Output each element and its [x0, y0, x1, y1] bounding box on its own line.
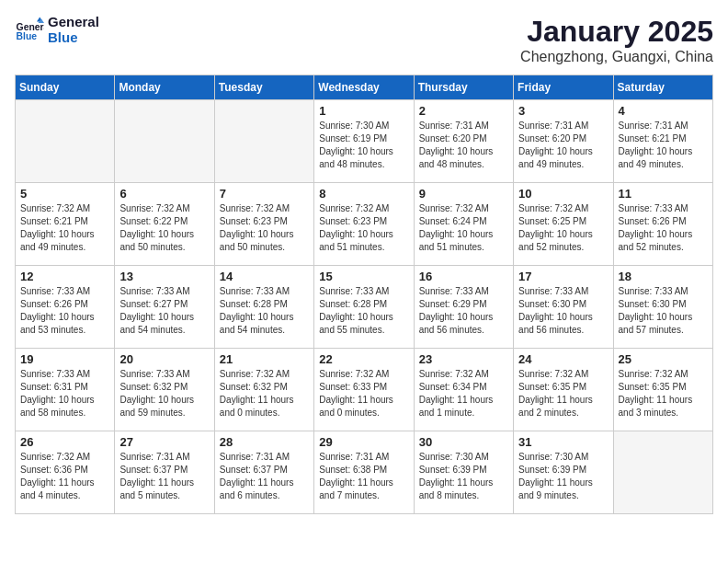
- day-number: 24: [518, 352, 608, 366]
- day-info: Sunrise: 7:33 AM Sunset: 6:28 PM Dayligh…: [220, 285, 309, 337]
- day-info: Sunrise: 7:33 AM Sunset: 6:28 PM Dayligh…: [319, 285, 408, 337]
- weekday-header-friday: Friday: [514, 75, 613, 100]
- day-number: 30: [419, 435, 508, 449]
- calendar-cell: [16, 100, 115, 183]
- weekday-header-sunday: Sunday: [16, 75, 115, 100]
- day-number: 19: [20, 352, 109, 366]
- day-number: 22: [319, 352, 408, 366]
- weekday-header-monday: Monday: [115, 75, 214, 100]
- page-header: General Blue General Blue January 2025 C…: [15, 15, 713, 65]
- svg-text:Blue: Blue: [17, 31, 38, 41]
- day-info: Sunrise: 7:30 AM Sunset: 6:19 PM Dayligh…: [319, 120, 408, 171]
- day-info: Sunrise: 7:32 AM Sunset: 6:23 PM Dayligh…: [319, 202, 408, 254]
- day-info: Sunrise: 7:31 AM Sunset: 6:21 PM Dayligh…: [619, 120, 708, 171]
- day-number: 13: [119, 270, 209, 283]
- weekday-header-wednesday: Wednesday: [314, 75, 414, 100]
- day-number: 11: [619, 187, 708, 201]
- calendar-cell: 16Sunrise: 7:33 AM Sunset: 6:29 PM Dayli…: [414, 266, 513, 349]
- day-number: 4: [619, 104, 708, 118]
- calendar-cell: 15Sunrise: 7:33 AM Sunset: 6:28 PM Dayli…: [314, 266, 414, 349]
- calendar-cell: 28Sunrise: 7:31 AM Sunset: 6:37 PM Dayli…: [214, 431, 313, 514]
- calendar-cell: 31Sunrise: 7:30 AM Sunset: 6:39 PM Dayli…: [514, 431, 613, 514]
- day-number: 26: [20, 435, 109, 449]
- day-info: Sunrise: 7:33 AM Sunset: 6:29 PM Dayligh…: [419, 285, 508, 337]
- day-info: Sunrise: 7:32 AM Sunset: 6:35 PM Dayligh…: [518, 368, 608, 419]
- day-number: 5: [20, 187, 109, 201]
- week-row-3: 12Sunrise: 7:33 AM Sunset: 6:26 PM Dayli…: [16, 266, 713, 349]
- calendar-cell: 21Sunrise: 7:32 AM Sunset: 6:32 PM Dayli…: [214, 349, 313, 431]
- day-info: Sunrise: 7:33 AM Sunset: 6:30 PM Dayligh…: [619, 285, 708, 337]
- title-block: January 2025 Chengzhong, Guangxi, China: [520, 15, 713, 65]
- day-number: 10: [518, 187, 608, 201]
- day-number: 27: [119, 435, 209, 449]
- month-title: January 2025: [520, 15, 713, 49]
- day-number: 9: [419, 187, 508, 201]
- day-info: Sunrise: 7:33 AM Sunset: 6:32 PM Dayligh…: [119, 368, 209, 419]
- day-number: 25: [619, 352, 708, 366]
- day-number: 15: [319, 270, 408, 283]
- day-info: Sunrise: 7:32 AM Sunset: 6:33 PM Dayligh…: [319, 368, 408, 419]
- calendar-cell: 5Sunrise: 7:32 AM Sunset: 6:21 PM Daylig…: [16, 183, 115, 266]
- calendar-cell: 12Sunrise: 7:33 AM Sunset: 6:26 PM Dayli…: [16, 266, 115, 349]
- day-info: Sunrise: 7:33 AM Sunset: 6:31 PM Dayligh…: [20, 368, 109, 419]
- calendar-cell: 4Sunrise: 7:31 AM Sunset: 6:21 PM Daylig…: [613, 100, 712, 183]
- svg-text:General: General: [17, 22, 44, 32]
- day-info: Sunrise: 7:33 AM Sunset: 6:30 PM Dayligh…: [518, 285, 608, 337]
- weekday-header-tuesday: Tuesday: [214, 75, 313, 100]
- day-info: Sunrise: 7:31 AM Sunset: 6:37 PM Dayligh…: [220, 451, 309, 502]
- calendar-cell: 11Sunrise: 7:33 AM Sunset: 6:26 PM Dayli…: [613, 183, 712, 266]
- calendar-cell: 19Sunrise: 7:33 AM Sunset: 6:31 PM Dayli…: [16, 349, 115, 431]
- day-info: Sunrise: 7:32 AM Sunset: 6:21 PM Dayligh…: [20, 202, 109, 254]
- day-info: Sunrise: 7:32 AM Sunset: 6:32 PM Dayligh…: [220, 368, 309, 419]
- day-info: Sunrise: 7:31 AM Sunset: 6:20 PM Dayligh…: [518, 120, 608, 171]
- week-row-1: 1Sunrise: 7:30 AM Sunset: 6:19 PM Daylig…: [16, 100, 713, 183]
- day-info: Sunrise: 7:32 AM Sunset: 6:23 PM Dayligh…: [220, 202, 309, 254]
- day-number: 18: [619, 270, 708, 283]
- logo-line1: General: [48, 15, 99, 30]
- calendar-cell: 1Sunrise: 7:30 AM Sunset: 6:19 PM Daylig…: [314, 100, 414, 183]
- logo: General Blue General Blue: [15, 15, 99, 45]
- calendar-cell: 23Sunrise: 7:32 AM Sunset: 6:34 PM Dayli…: [414, 349, 513, 431]
- day-info: Sunrise: 7:31 AM Sunset: 6:20 PM Dayligh…: [419, 120, 508, 171]
- day-number: 6: [119, 187, 209, 201]
- day-info: Sunrise: 7:33 AM Sunset: 6:26 PM Dayligh…: [20, 285, 109, 337]
- day-info: Sunrise: 7:31 AM Sunset: 6:38 PM Dayligh…: [319, 451, 408, 502]
- calendar-cell: 22Sunrise: 7:32 AM Sunset: 6:33 PM Dayli…: [314, 349, 414, 431]
- day-info: Sunrise: 7:32 AM Sunset: 6:35 PM Dayligh…: [619, 368, 708, 419]
- calendar-cell: 30Sunrise: 7:30 AM Sunset: 6:39 PM Dayli…: [414, 431, 513, 514]
- calendar-cell: 26Sunrise: 7:32 AM Sunset: 6:36 PM Dayli…: [16, 431, 115, 514]
- calendar-cell: 20Sunrise: 7:33 AM Sunset: 6:32 PM Dayli…: [115, 349, 214, 431]
- location-subtitle: Chengzhong, Guangxi, China: [520, 49, 713, 65]
- day-number: 20: [119, 352, 209, 366]
- calendar-cell: 24Sunrise: 7:32 AM Sunset: 6:35 PM Dayli…: [514, 349, 613, 431]
- logo-line2: Blue: [48, 30, 99, 46]
- day-info: Sunrise: 7:32 AM Sunset: 6:22 PM Dayligh…: [119, 202, 209, 254]
- weekday-header-saturday: Saturday: [613, 75, 712, 100]
- day-number: 28: [220, 435, 309, 449]
- weekday-header-row: SundayMondayTuesdayWednesdayThursdayFrid…: [16, 75, 713, 100]
- day-number: 2: [419, 104, 508, 118]
- day-info: Sunrise: 7:30 AM Sunset: 6:39 PM Dayligh…: [518, 451, 608, 502]
- calendar-table: SundayMondayTuesdayWednesdayThursdayFrid…: [15, 75, 713, 514]
- week-row-5: 26Sunrise: 7:32 AM Sunset: 6:36 PM Dayli…: [16, 431, 713, 514]
- day-number: 7: [220, 187, 309, 201]
- calendar-cell: 17Sunrise: 7:33 AM Sunset: 6:30 PM Dayli…: [514, 266, 613, 349]
- day-number: 12: [20, 270, 109, 283]
- day-info: Sunrise: 7:33 AM Sunset: 6:27 PM Dayligh…: [119, 285, 209, 337]
- day-number: 23: [419, 352, 508, 366]
- calendar-cell: 7Sunrise: 7:32 AM Sunset: 6:23 PM Daylig…: [214, 183, 313, 266]
- calendar-cell: 3Sunrise: 7:31 AM Sunset: 6:20 PM Daylig…: [514, 100, 613, 183]
- day-info: Sunrise: 7:32 AM Sunset: 6:25 PM Dayligh…: [518, 202, 608, 254]
- day-number: 17: [518, 270, 608, 283]
- day-number: 14: [220, 270, 309, 283]
- day-info: Sunrise: 7:32 AM Sunset: 6:34 PM Dayligh…: [419, 368, 508, 419]
- weekday-header-thursday: Thursday: [414, 75, 513, 100]
- day-number: 21: [220, 352, 309, 366]
- week-row-2: 5Sunrise: 7:32 AM Sunset: 6:21 PM Daylig…: [16, 183, 713, 266]
- day-info: Sunrise: 7:32 AM Sunset: 6:24 PM Dayligh…: [419, 202, 508, 254]
- day-info: Sunrise: 7:33 AM Sunset: 6:26 PM Dayligh…: [619, 202, 708, 254]
- calendar-cell: 8Sunrise: 7:32 AM Sunset: 6:23 PM Daylig…: [314, 183, 414, 266]
- day-number: 3: [518, 104, 608, 118]
- calendar-cell: 6Sunrise: 7:32 AM Sunset: 6:22 PM Daylig…: [115, 183, 214, 266]
- calendar-cell: 29Sunrise: 7:31 AM Sunset: 6:38 PM Dayli…: [314, 431, 414, 514]
